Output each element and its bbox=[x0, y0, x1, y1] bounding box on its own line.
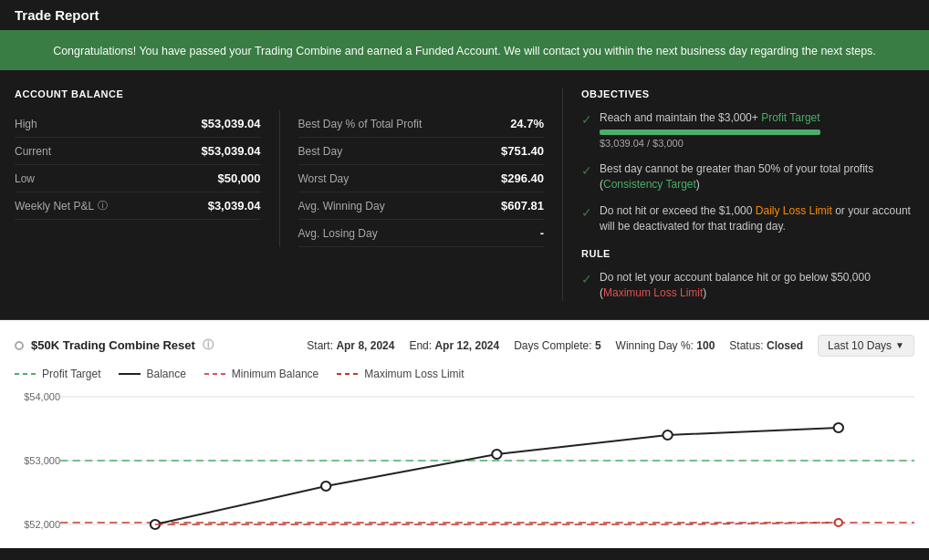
objective-item-daily-loss: ✓ Do not hit or exceed the $1,000 Daily … bbox=[581, 203, 914, 234]
legend-label-balance: Balance bbox=[146, 368, 185, 380]
check-icon-rule: ✓ bbox=[581, 271, 592, 289]
chart-svg bbox=[60, 388, 914, 534]
obj-text-2: Best day cannot be greater than 50% of y… bbox=[600, 162, 873, 191]
info-icon-weekly[interactable]: ⓘ bbox=[98, 199, 108, 213]
objectives-list: ✓ Reach and maintain the $3,000+ Profit … bbox=[581, 110, 914, 233]
chart-end-label: End: bbox=[409, 339, 432, 352]
stat-value-high: $53,039.04 bbox=[201, 117, 260, 130]
stats-col: Best Day % of Total Profit 24.7% Best Da… bbox=[298, 110, 545, 247]
balance-point-3 bbox=[663, 430, 672, 440]
chart-days-value: 5 bbox=[595, 339, 601, 352]
objectives-title: OBJECTIVES bbox=[581, 88, 914, 99]
chart-section: $50K Trading Combine Reset ⓘ Start: Apr … bbox=[0, 320, 929, 548]
stat-value-best-pct: 24.7% bbox=[510, 117, 544, 130]
rule-item: ✓ Do not let your account balance hit or… bbox=[581, 270, 914, 301]
y-label-52k: $52,000 bbox=[15, 519, 60, 530]
rule-title: RULE bbox=[581, 248, 914, 259]
stat-label-high: High bbox=[15, 118, 37, 130]
account-balance-col: High $53,039.04 Current $53,039.04 Low $… bbox=[15, 110, 261, 247]
legend-line-balance bbox=[119, 373, 141, 375]
chart-start-label: Start: bbox=[307, 339, 333, 352]
stat-label-current: Current bbox=[15, 145, 51, 158]
chart-start-value: Apr 8, 2024 bbox=[336, 339, 394, 352]
stats-grid: High $53,039.04 Current $53,039.04 Low $… bbox=[15, 110, 544, 247]
rule-link[interactable]: Maximum Loss Limit bbox=[603, 286, 703, 299]
legend-label-max-loss: Maximum Loss Limit bbox=[364, 368, 464, 380]
main-content: ACCOUNT BALANCE High $53,039.04 Current … bbox=[0, 70, 929, 320]
stat-row-avg-losing: Avg. Losing Day - bbox=[298, 220, 545, 247]
chart-header: $50K Trading Combine Reset ⓘ Start: Apr … bbox=[15, 335, 914, 357]
objective-item-profit-target: ✓ Reach and maintain the $3,000+ Profit … bbox=[581, 110, 914, 150]
y-axis: $54,000 $53,000 $52,000 bbox=[15, 388, 60, 534]
stat-value-avg-winning: $607.81 bbox=[501, 199, 544, 213]
check-icon-2: ✓ bbox=[581, 162, 592, 181]
stat-row-worst-day: Worst Day $296.40 bbox=[298, 165, 545, 192]
obj-text-3: Do not hit or exceed the $1,000 Daily Lo… bbox=[600, 204, 911, 233]
stat-row-avg-winning: Avg. Winning Day $607.81 bbox=[298, 192, 545, 220]
check-icon-3: ✓ bbox=[581, 204, 592, 223]
stat-label-best-day: Best Day bbox=[298, 145, 343, 158]
legend-item-balance: Balance bbox=[119, 368, 185, 380]
chart-status-value: Closed bbox=[767, 339, 803, 352]
legend-item-max-loss: Maximum Loss Limit bbox=[337, 368, 464, 380]
legend-line-profit-target bbox=[15, 373, 37, 375]
obj-text-before-1: Reach and maintain the $3,000+ bbox=[600, 111, 758, 124]
obj-link-3[interactable]: Daily Loss Limit bbox=[756, 204, 832, 217]
stat-label-best-pct: Best Day % of Total Profit bbox=[298, 118, 423, 130]
chart-dot-indicator bbox=[15, 341, 24, 350]
chart-meta: Start: Apr 8, 2024 End: Apr 12, 2024 Day… bbox=[307, 335, 914, 357]
obj-text-before-3: Do not hit or exceed the $1,000 bbox=[600, 204, 752, 217]
rule-text-before: Do not let your account balance hit or g… bbox=[600, 271, 871, 284]
legend-item-profit-target: Profit Target bbox=[15, 368, 100, 380]
chart-title: $50K Trading Combine Reset bbox=[31, 338, 195, 352]
legend-line-min-balance bbox=[204, 373, 226, 375]
legend-line-max-loss bbox=[337, 373, 359, 375]
last-10-days-button[interactable]: Last 10 Days ▼ bbox=[818, 335, 914, 357]
last-10-label: Last 10 Days bbox=[828, 339, 892, 352]
rule-text: Do not let your account balance hit or g… bbox=[600, 270, 914, 301]
chart-legend: Profit Target Balance Minimum Balance Ma… bbox=[15, 368, 914, 380]
obj-content-1: Reach and maintain the $3,000+ Profit Ta… bbox=[600, 110, 820, 150]
stat-value-worst-day: $296.40 bbox=[501, 171, 544, 185]
chart-container: $54,000 $53,000 $52,000 bbox=[15, 388, 914, 534]
chart-winning: Winning Day %: 100 bbox=[616, 339, 715, 352]
progress-bar-fill bbox=[600, 130, 820, 135]
progress-label: $3,039.04 / $3,000 bbox=[600, 137, 820, 150]
objective-item-consistency: ✓ Best day cannot be greater than 50% of… bbox=[581, 161, 914, 192]
chart-days-label: Days Complete: bbox=[514, 339, 591, 352]
chart-end-value: Apr 12, 2024 bbox=[434, 339, 499, 352]
chart-title-area: $50K Trading Combine Reset ⓘ bbox=[15, 337, 214, 353]
legend-item-min-balance: Minimum Balance bbox=[204, 368, 318, 380]
stat-row-weekly-pnl: Weekly Net P&L ⓘ $3,039.04 bbox=[15, 192, 261, 220]
legend-label-profit-target: Profit Target bbox=[42, 368, 100, 380]
chart-status-label: Status: bbox=[729, 339, 763, 352]
y-label-54k: $54,000 bbox=[15, 391, 60, 402]
col-divider bbox=[279, 110, 280, 247]
stat-value-best-day: $751.40 bbox=[501, 144, 544, 158]
chart-end: End: Apr 12, 2024 bbox=[409, 339, 499, 352]
right-panel: OBJECTIVES ✓ Reach and maintain the $3,0… bbox=[562, 88, 914, 301]
check-icon-1: ✓ bbox=[581, 111, 592, 130]
chart-info-icon[interactable]: ⓘ bbox=[203, 337, 214, 353]
obj-link-1[interactable]: Profit Target bbox=[761, 111, 819, 124]
balance-point-1 bbox=[321, 482, 330, 491]
account-balance-title: ACCOUNT BALANCE bbox=[15, 88, 544, 99]
chart-status: Status: Closed bbox=[729, 339, 803, 352]
stat-label-weekly-pnl: Weekly Net P&L ⓘ bbox=[15, 199, 108, 213]
title-bar: Trade Report bbox=[0, 0, 929, 32]
obj-content-2: Best day cannot be greater than 50% of y… bbox=[600, 161, 914, 192]
stat-value-avg-losing: - bbox=[540, 226, 544, 240]
obj-link-2[interactable]: Consistency Target bbox=[603, 178, 696, 191]
chevron-down-icon: ▼ bbox=[895, 340, 904, 350]
obj-text-before-2: Best day cannot be greater than 50% of y… bbox=[600, 162, 873, 175]
balance-point-2 bbox=[492, 450, 501, 459]
page-title: Trade Report bbox=[15, 7, 914, 23]
stat-label-avg-losing: Avg. Losing Day bbox=[298, 227, 378, 240]
banner-text: Congratulations! You have passed your Tr… bbox=[53, 45, 876, 57]
stat-row-high: High $53,039.04 bbox=[15, 110, 261, 138]
banner: Congratulations! You have passed your Tr… bbox=[0, 32, 929, 70]
stat-label-low: Low bbox=[15, 172, 35, 185]
stat-label-avg-winning: Avg. Winning Day bbox=[298, 200, 385, 213]
stat-row-low: Low $50,000 bbox=[15, 165, 261, 192]
chart-plot bbox=[60, 388, 914, 534]
